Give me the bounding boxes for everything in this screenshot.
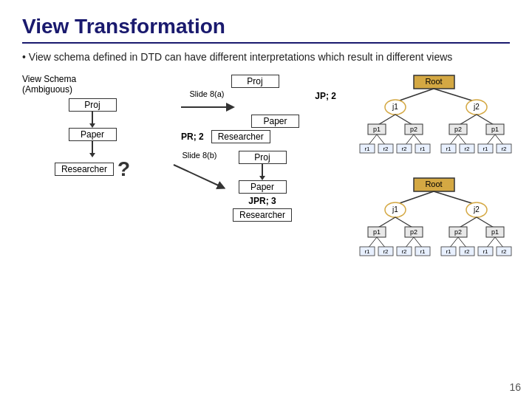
svg-text:j2: j2 bbox=[473, 103, 480, 111]
svg-line-38 bbox=[395, 191, 434, 205]
schema-proj-node: Proj bbox=[69, 98, 117, 112]
slide-title: View Transformation bbox=[22, 15, 510, 44]
svg-line-2 bbox=[395, 89, 434, 102]
svg-text:p2: p2 bbox=[454, 126, 462, 133]
svg-text:r2: r2 bbox=[401, 248, 407, 255]
subtitle-text: View schema defined in DTD can have diff… bbox=[29, 51, 453, 63]
schema-researcher-node: Researcher bbox=[55, 163, 114, 176]
svg-text:p2: p2 bbox=[454, 228, 462, 236]
8a-paper-node: Paper bbox=[251, 115, 299, 128]
center-column: Proj Slide 8(a) bbox=[166, 74, 344, 222]
jp2-label: JP; 2 bbox=[315, 91, 336, 101]
schema-name: View Schema (Ambiguous) bbox=[22, 74, 163, 95]
slide-8b-section: Slide 8(b) Proj bbox=[170, 151, 340, 222]
slide-8a-arrow-section: Slide 8(a) bbox=[177, 89, 236, 115]
svg-line-1 bbox=[174, 165, 222, 187]
svg-text:r1: r1 bbox=[482, 248, 488, 255]
center-proj-node: Proj bbox=[231, 75, 279, 88]
svg-text:r1: r1 bbox=[420, 146, 426, 152]
proj-paper-line bbox=[92, 112, 93, 123]
slide-8a-tree: Paper PR; 2 Researcher bbox=[181, 115, 340, 143]
svg-text:p1: p1 bbox=[373, 228, 381, 236]
svg-text:r1: r1 bbox=[446, 248, 451, 255]
svg-line-3 bbox=[434, 89, 477, 102]
svg-text:p1: p1 bbox=[373, 126, 381, 133]
schema-tree: Proj Paper Researcher ? bbox=[22, 98, 163, 181]
root-label-8b: Root bbox=[425, 180, 442, 188]
slide-8a-arrow-svg bbox=[177, 100, 236, 115]
svg-text:r1: r1 bbox=[364, 146, 370, 152]
svg-text:p1: p1 bbox=[491, 126, 499, 133]
right-column: Root j1 j2 p1 p2 bbox=[344, 74, 532, 276]
8b-researcher-node: Researcher bbox=[233, 208, 292, 222]
tree-svg-8a: Root j1 j2 p1 p2 bbox=[344, 74, 532, 170]
center-proj-top: Proj bbox=[170, 74, 340, 88]
slide-subtitle: • View schema defined in DTD can have di… bbox=[22, 51, 510, 63]
svg-text:r2: r2 bbox=[501, 248, 507, 255]
svg-text:r2: r2 bbox=[464, 248, 470, 255]
diagrams-area: View Schema (Ambiguous) Proj Paper Resea… bbox=[22, 74, 510, 276]
svg-text:p2: p2 bbox=[410, 228, 417, 236]
svg-text:j1: j1 bbox=[392, 205, 398, 214]
question-mark: ? bbox=[117, 157, 130, 181]
8b-proj: Proj Paper bbox=[233, 151, 292, 194]
left-column: View Schema (Ambiguous) Proj Paper Resea… bbox=[22, 74, 166, 181]
arrow-row: Slide 8(a) JP; 2 bbox=[170, 89, 340, 115]
researcher-row: Researcher ? bbox=[55, 157, 130, 181]
svg-text:r1: r1 bbox=[446, 146, 451, 152]
svg-text:j2: j2 bbox=[473, 205, 480, 214]
slide-container: View Transformation • View schema define… bbox=[0, 0, 532, 399]
svg-text:p1: p1 bbox=[491, 228, 499, 236]
svg-text:r2: r2 bbox=[401, 146, 407, 152]
svg-text:r2: r2 bbox=[383, 248, 389, 255]
8b-proj-node: Proj bbox=[239, 151, 287, 164]
tree-svg-8b: Root j1 j2 p1 p2 bbox=[344, 177, 532, 273]
slide-8b-tree: Proj Paper JPR; 3 Researcher bbox=[233, 151, 292, 222]
svg-text:r2: r2 bbox=[464, 146, 470, 152]
page-number: 16 bbox=[509, 381, 521, 393]
svg-text:j1: j1 bbox=[392, 103, 398, 111]
8b-paper-node: Paper bbox=[239, 180, 287, 194]
slide-8b-arrow-section: Slide 8(b) bbox=[170, 151, 229, 191]
8a-researcher-node: Researcher bbox=[211, 130, 270, 143]
slide-8b-arrow-svg bbox=[170, 161, 229, 191]
svg-text:r2: r2 bbox=[501, 146, 507, 152]
paper-res-line bbox=[92, 141, 93, 153]
svg-text:r1: r1 bbox=[420, 248, 426, 255]
schema-paper-node: Paper bbox=[69, 128, 117, 141]
svg-text:r1: r1 bbox=[364, 248, 370, 255]
svg-text:p2: p2 bbox=[410, 126, 417, 133]
8a-proj-paper: Paper bbox=[211, 115, 340, 128]
jpr3-label: JPR; 3 bbox=[233, 196, 292, 206]
svg-line-39 bbox=[434, 191, 477, 205]
bullet: • bbox=[22, 51, 29, 63]
slide-8a-label: Slide 8(a) bbox=[189, 89, 224, 98]
pr2-row: PR; 2 Researcher bbox=[181, 130, 340, 143]
svg-text:r1: r1 bbox=[482, 146, 488, 152]
pr2-label: PR; 2 bbox=[181, 132, 204, 142]
root-label-8a: Root bbox=[425, 77, 442, 86]
8b-researcher-wrapper: Researcher bbox=[233, 208, 292, 222]
svg-text:r2: r2 bbox=[383, 146, 389, 152]
slide-8b-label: Slide 8(b) bbox=[182, 151, 216, 160]
